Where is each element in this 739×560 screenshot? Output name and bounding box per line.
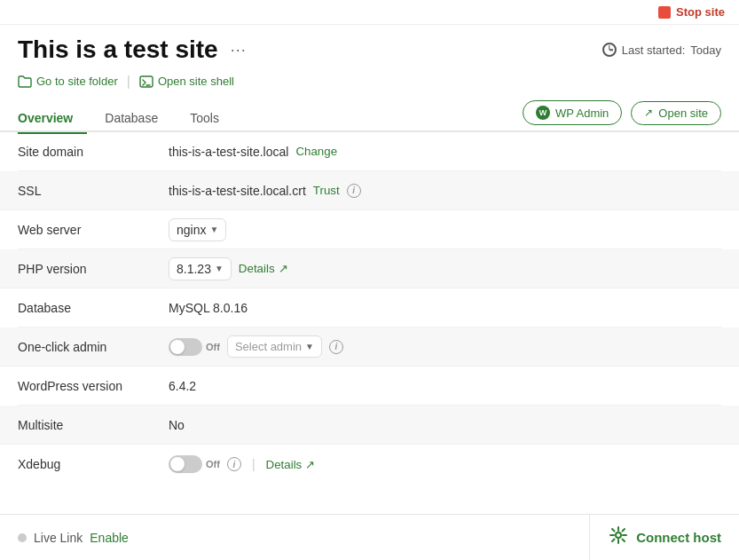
site-title: This is a test site	[18, 35, 218, 64]
connect-host-button[interactable]: Connect host	[608, 525, 721, 550]
label-multisite: Multisite	[18, 418, 169, 432]
label-xdebug: Xdebug	[18, 457, 169, 471]
tab-actions: W WP Admin ↗ Open site	[523, 100, 721, 130]
oneclick-info-icon[interactable]: i	[329, 340, 343, 354]
trust-button[interactable]: Trust	[313, 184, 340, 197]
value-ssl: this-is-a-test-site.local.crt Trust i	[169, 184, 721, 198]
xdebug-toggle-label: Off	[206, 459, 220, 469]
stop-site-button[interactable]: Stop site	[658, 5, 725, 19]
last-started-label: Last started:	[622, 43, 686, 57]
multisite-value: No	[169, 418, 185, 432]
change-domain-button[interactable]: Change	[295, 145, 337, 158]
external-link-icon: ↗	[279, 262, 288, 275]
separator: |	[127, 74, 130, 90]
label-php-version: PHP version	[18, 262, 169, 276]
label-wp-version: WordPress version	[18, 379, 169, 393]
tabs: Overview Database Tools	[18, 104, 523, 130]
wp-admin-label: WP Admin	[555, 106, 609, 120]
toggle-off-label: Off	[206, 342, 220, 352]
external-link-icon: ↗	[305, 458, 315, 471]
xdebug-details-label: Details	[266, 458, 303, 471]
divider: |	[252, 457, 256, 471]
open-shell-label: Open site shell	[158, 75, 234, 88]
connect-host-section[interactable]: Connect host	[589, 515, 739, 560]
value-php-version: 8.1.23 ▼ Details ↗	[169, 257, 721, 280]
live-link-dot	[18, 533, 27, 542]
ssl-cert-value: this-is-a-test-site.local.crt	[169, 184, 306, 198]
label-oneclick-admin: One-click admin	[18, 340, 169, 354]
open-site-button[interactable]: ↗ Open site	[631, 101, 721, 125]
row-web-server: Web server nginx ▼	[18, 210, 721, 249]
toggle-track	[169, 338, 202, 356]
value-database: MySQL 8.0.16	[169, 301, 721, 315]
toggle-track	[169, 455, 202, 473]
row-ssl: SSL this-is-a-test-site.local.crt Trust …	[0, 171, 739, 210]
web-server-value: nginx	[177, 223, 206, 237]
top-bar: Stop site	[0, 0, 739, 25]
chevron-down-icon: ▼	[305, 342, 314, 351]
tab-overview[interactable]: Overview	[18, 104, 87, 132]
oneclick-toggle[interactable]: Off	[169, 338, 220, 356]
row-xdebug: Xdebug Off i | Details ↗	[18, 445, 721, 484]
xdebug-toggle[interactable]: Off	[169, 455, 220, 473]
wp-version-value: 6.4.2	[169, 379, 196, 393]
row-multisite: Multisite No	[0, 406, 739, 445]
select-admin-placeholder: Select admin	[235, 340, 302, 353]
label-web-server: Web server	[18, 223, 169, 237]
label-database: Database	[18, 301, 169, 315]
stop-icon	[658, 6, 671, 19]
php-version-dropdown[interactable]: 8.1.23 ▼	[169, 257, 232, 280]
label-site-domain: Site domain	[18, 145, 169, 159]
web-server-dropdown[interactable]: nginx ▼	[169, 218, 226, 241]
value-web-server: nginx ▼	[169, 218, 721, 241]
toggle-thumb	[170, 457, 185, 471]
stop-site-label: Stop site	[676, 5, 725, 19]
overview-content: Site domain this-is-a-test-site.local Ch…	[0, 132, 739, 484]
footer-left: Live Link Enable	[0, 531, 589, 545]
domain-value: this-is-a-test-site.local	[169, 145, 288, 159]
chevron-down-icon: ▼	[215, 264, 224, 273]
label-ssl: SSL	[18, 184, 169, 198]
xdebug-details-button[interactable]: Details ↗	[266, 458, 316, 471]
more-button[interactable]: ···	[227, 39, 250, 61]
sub-header: Go to site folder | Open site shell	[18, 71, 721, 91]
open-site-label: Open site	[658, 106, 708, 120]
wp-icon: W	[536, 106, 550, 120]
value-site-domain: this-is-a-test-site.local Change	[169, 145, 721, 159]
value-xdebug: Off i | Details ↗	[169, 455, 721, 473]
value-multisite: No	[169, 418, 721, 432]
php-version-value: 8.1.23	[177, 262, 211, 276]
live-link-label: Live Link	[34, 531, 83, 545]
site-title-row: This is a test site ···	[18, 35, 250, 64]
row-wp-version: WordPress version 6.4.2	[18, 367, 721, 406]
clock-icon	[602, 43, 617, 57]
chevron-down-icon: ▼	[209, 225, 218, 234]
connect-host-icon	[608, 525, 629, 550]
external-link-icon: ↗	[644, 106, 653, 119]
database-value: MySQL 8.0.16	[169, 301, 248, 315]
open-shell-link[interactable]: Open site shell	[139, 71, 234, 91]
php-details-button[interactable]: Details ↗	[239, 262, 288, 275]
value-wp-version: 6.4.2	[169, 379, 721, 393]
goto-folder-label: Go to site folder	[36, 75, 118, 88]
enable-live-link-button[interactable]: Enable	[90, 531, 129, 545]
last-started-value: Today	[690, 43, 721, 57]
select-admin-dropdown[interactable]: Select admin ▼	[227, 335, 322, 358]
tab-database[interactable]: Database	[90, 104, 172, 132]
row-php-version: PHP version 8.1.23 ▼ Details ↗	[0, 249, 739, 288]
goto-folder-link[interactable]: Go to site folder	[18, 71, 118, 91]
footer: Live Link Enable Connect host	[0, 514, 739, 560]
tab-bar: Overview Database Tools W WP Admin ↗ Ope…	[0, 100, 739, 132]
toggle-thumb	[170, 340, 185, 354]
tab-tools[interactable]: Tools	[176, 104, 233, 132]
row-site-domain: Site domain this-is-a-test-site.local Ch…	[18, 132, 721, 171]
site-header: This is a test site ··· Last started: To…	[0, 25, 739, 91]
xdebug-info-icon[interactable]: i	[227, 457, 241, 471]
ssl-info-icon[interactable]: i	[347, 184, 361, 198]
wp-admin-button[interactable]: W WP Admin	[523, 100, 622, 125]
folder-icon	[18, 75, 32, 88]
shell-icon	[139, 75, 153, 88]
last-started: Last started: Today	[602, 43, 721, 57]
row-oneclick-admin: One-click admin Off Select admin ▼ i	[0, 327, 739, 367]
php-details-label: Details	[239, 262, 275, 275]
